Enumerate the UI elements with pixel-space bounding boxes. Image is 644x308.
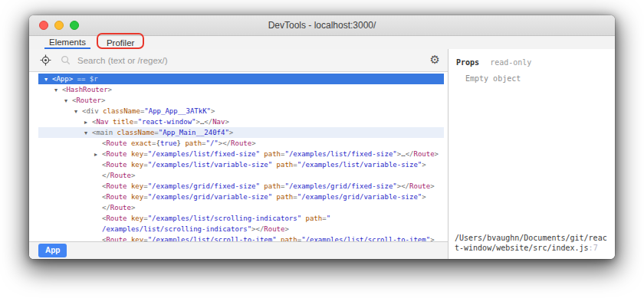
arrow-spacer [94, 203, 102, 214]
inspect-target-icon[interactable] [40, 54, 51, 66]
tree-row[interactable]: ▸<Route key="/examples/list/fixed-size" … [38, 149, 444, 159]
arrow-spacer [94, 171, 102, 182]
window-title: DevTools - localhost:3000/ [29, 20, 615, 31]
tab-bar: Elements Profiler [29, 36, 615, 49]
tree-row[interactable]: ▾<Router> [38, 95, 444, 106]
tree-row[interactable]: ▸<Nav title="react-window">…</Nav> [38, 116, 444, 127]
props-panel: Props read-only Empty object /Users/bvau… [448, 49, 615, 259]
breadcrumb-item-app[interactable]: App [38, 244, 67, 257]
props-title: Props [456, 58, 479, 67]
main-split: ⚙ ▾<App> == $r▾<HashRouter>▾<Router>▾<di… [29, 49, 615, 259]
tree-row[interactable]: ▾<App> == $r [38, 74, 444, 84]
tab-elements[interactable]: Elements [44, 36, 90, 49]
props-section: Props read-only Empty object [449, 49, 615, 92]
tree-row[interactable]: <Route key="/examples/list/scrolling-ind… [38, 213, 444, 224]
tree-row[interactable]: </Route> [38, 170, 444, 181]
minimize-button[interactable] [54, 21, 64, 30]
tree-row[interactable]: </Route> [38, 202, 444, 213]
arrow-spacer [94, 235, 102, 241]
close-button[interactable] [39, 21, 48, 30]
devtools-window: DevTools - localhost:3000/ Elements Prof… [29, 15, 615, 259]
tree-row[interactable]: <Route key="/examples/list/scroll-to-ite… [38, 234, 444, 241]
search-field [61, 55, 421, 65]
element-tree: ▾<App> == $r▾<HashRouter>▾<Router>▾<div … [38, 72, 444, 241]
collapse-arrow-icon[interactable]: ▾ [84, 128, 92, 139]
tab-elements-label: Elements [49, 38, 86, 47]
titlebar: DevTools - localhost:3000/ [29, 15, 615, 36]
collapse-arrow-icon[interactable]: ▾ [54, 85, 62, 96]
arrow-spacer [94, 214, 102, 224]
tree-row[interactable]: ▾<div className="App_App__3ATkK"> [38, 106, 444, 116]
search-icon [61, 55, 71, 65]
source-location-link[interactable]: /Users/bvaughn/Documents/git/react-windo… [449, 230, 615, 259]
element-tree-panel: ⚙ ▾<App> == $r▾<HashRouter>▾<Router>▾<di… [29, 49, 448, 259]
tab-profiler-label: Profiler [107, 38, 134, 48]
source-line-number: :7 [589, 244, 598, 252]
collapse-arrow-icon[interactable]: ▾ [74, 106, 82, 117]
zoom-button[interactable] [70, 21, 79, 30]
tree-toolbar: ⚙ [29, 49, 448, 72]
arrow-spacer [94, 224, 102, 235]
gear-icon[interactable]: ⚙ [430, 54, 440, 66]
collapse-arrow-icon[interactable]: ▾ [64, 96, 72, 106]
tree-row[interactable]: <Route key="/examples/list/variable-size… [38, 159, 444, 170]
arrow-spacer [94, 192, 102, 203]
tree-row[interactable]: <Route key="/examples/grid/fixed-size" p… [38, 181, 444, 192]
props-empty-text: Empty object [465, 74, 607, 83]
tree-row[interactable]: <Route key="/examples/grid/variable-size… [38, 192, 444, 202]
traffic-lights [29, 21, 79, 30]
collapse-arrow-icon[interactable]: ▾ [44, 74, 52, 85]
arrow-spacer [94, 139, 102, 149]
source-path: /Users/bvaughn/Documents/git/react-windo… [455, 234, 607, 252]
expand-arrow-icon[interactable]: ▸ [84, 117, 92, 128]
tree-row[interactable]: ▾<main className="App_Main__240f4"> [38, 127, 444, 138]
tree-row[interactable]: /examples/list/scrolling-indicators"></R… [38, 224, 444, 234]
tree-row[interactable]: <Route exact={true} path="/"></Route> [38, 138, 444, 149]
arrow-spacer [94, 160, 102, 171]
expand-arrow-icon[interactable]: ▸ [94, 149, 102, 160]
breadcrumb-bar: App [29, 241, 448, 259]
props-mode-label: read-only [490, 58, 531, 67]
tree-row[interactable]: ▾<HashRouter> [38, 84, 444, 95]
tab-profiler[interactable]: Profiler [102, 36, 139, 49]
search-input[interactable] [77, 56, 421, 65]
arrow-spacer [94, 182, 102, 192]
